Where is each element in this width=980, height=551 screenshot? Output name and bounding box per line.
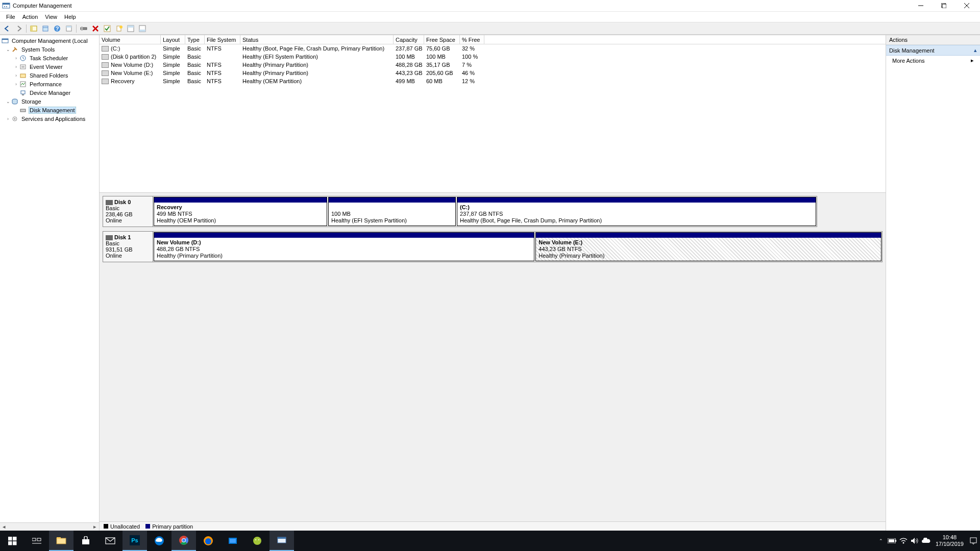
partition-c[interactable]: (C:) 237,87 GB NTFS Healthy (Boot, Page … <box>457 197 816 226</box>
expand-icon[interactable]: › <box>13 82 19 87</box>
properties-button[interactable] <box>40 23 51 34</box>
tree-event-viewer[interactable]: › Event Viewer <box>0 62 99 71</box>
tree-system-tools[interactable]: ⌄ System Tools <box>0 45 99 54</box>
volume-row[interactable]: New Volume (D:)SimpleBasicNTFSHealthy (P… <box>100 61 886 69</box>
refresh-button[interactable] <box>63 23 75 34</box>
disk-0-row[interactable]: Disk 0 Basic 238,46 GB Online Recovery 4… <box>103 196 817 227</box>
collapse-icon[interactable]: ⌄ <box>5 47 11 52</box>
list-bottom-button[interactable] <box>137 23 148 34</box>
notifications-icon[interactable] <box>968 531 979 551</box>
volume-cell: NTFS <box>205 78 240 84</box>
close-button[interactable] <box>955 0 978 11</box>
partition-e[interactable]: New Volume (E:) 443,23 GB NTFS Healthy (… <box>535 232 881 261</box>
store-button[interactable] <box>74 531 98 551</box>
start-button[interactable] <box>0 531 24 551</box>
tree-panel[interactable]: Computer Management (Local ⌄ System Tool… <box>0 35 100 531</box>
event-icon <box>19 63 27 71</box>
partition-efi[interactable]: 100 MB Healthy (EFI System Partition) <box>328 197 456 226</box>
back-button[interactable] <box>2 23 13 34</box>
col-pct[interactable]: % Free <box>460 35 484 44</box>
battery-icon[interactable] <box>887 531 898 551</box>
forward-button[interactable] <box>13 23 24 34</box>
col-type[interactable]: Type <box>185 35 205 44</box>
taskbar: Ps ⌃ 10:48 17/10/2019 <box>0 531 980 551</box>
edge-button[interactable] <box>147 531 172 551</box>
svg-point-41 <box>14 118 16 119</box>
shared-icon <box>19 71 27 80</box>
new-button[interactable] <box>113 23 125 34</box>
tray-expand-icon[interactable]: ⌃ <box>875 531 887 551</box>
partition-d[interactable]: New Volume (D:) 488,28 GB NTFS Healthy (… <box>154 232 534 261</box>
svg-point-65 <box>253 537 261 545</box>
maximize-button[interactable] <box>932 0 955 11</box>
tree-shared-folders[interactable]: › Shared Folders <box>0 71 99 80</box>
volume-cell: 75,60 GB <box>424 45 460 52</box>
expand-icon[interactable]: › <box>13 56 19 61</box>
col-volume[interactable]: Volume <box>100 35 161 44</box>
separator <box>26 24 27 33</box>
minimize-button[interactable] <box>909 0 932 11</box>
volume-icon[interactable] <box>909 531 920 551</box>
disk-1-row[interactable]: Disk 1 Basic 931,51 GB Online New Volume… <box>103 231 883 262</box>
col-status[interactable]: Status <box>240 35 394 44</box>
col-free[interactable]: Free Space <box>424 35 460 44</box>
tree-task-scheduler[interactable]: › Task Scheduler <box>0 54 99 62</box>
photoshop-button[interactable]: Ps <box>122 531 147 551</box>
toolbar: ? <box>0 22 980 35</box>
volume-cell: 7 % <box>460 62 484 68</box>
svg-rect-11 <box>43 26 48 31</box>
delete-button[interactable] <box>90 23 101 34</box>
firefox-button[interactable] <box>196 531 220 551</box>
tree-storage[interactable]: ⌄ Storage <box>0 97 99 106</box>
actions-disk-management[interactable]: Disk Management ▴ <box>886 45 980 56</box>
list-top-button[interactable] <box>125 23 136 34</box>
expand-icon[interactable]: › <box>13 73 19 78</box>
wifi-icon[interactable] <box>898 531 909 551</box>
tree-performance[interactable]: › Performance <box>0 80 99 88</box>
tree-services[interactable]: › Services and Applications <box>0 114 99 123</box>
computer-management-button[interactable] <box>270 531 294 551</box>
check-button[interactable] <box>102 23 113 34</box>
file-explorer-button[interactable] <box>49 531 74 551</box>
mail-button[interactable] <box>98 531 122 551</box>
expand-icon[interactable]: › <box>13 64 19 69</box>
volume-row[interactable]: New Volume (E:)SimpleBasicNTFSHealthy (P… <box>100 69 886 77</box>
expand-icon[interactable]: › <box>5 116 11 121</box>
actions-more[interactable]: More Actions ▸ <box>886 56 980 65</box>
svg-rect-29 <box>2 39 8 40</box>
menu-file[interactable]: File <box>3 13 19 21</box>
collapse-icon[interactable]: ⌄ <box>5 99 11 104</box>
menu-help[interactable]: Help <box>61 13 80 21</box>
computer-icon <box>1 37 9 45</box>
task-view-button[interactable] <box>24 531 49 551</box>
android-button[interactable] <box>245 531 270 551</box>
svg-rect-1 <box>3 3 10 5</box>
tree-root[interactable]: Computer Management (Local <box>0 36 99 45</box>
scroll-left-icon[interactable]: ◂ <box>0 523 8 530</box>
tree-device-manager[interactable]: Device Manager <box>0 88 99 97</box>
chrome-button[interactable] <box>172 531 196 551</box>
taskbar-clock[interactable]: 10:48 17/10/2019 <box>932 534 968 547</box>
settings-app-button[interactable] <box>220 531 245 551</box>
col-fs[interactable]: File System <box>205 35 240 44</box>
scroll-right-icon[interactable]: ▸ <box>91 523 99 530</box>
volume-cell: Basic <box>185 78 205 84</box>
volume-row[interactable]: (C:)SimpleBasicNTFSHealthy (Boot, Page F… <box>100 44 886 53</box>
volume-row[interactable]: (Disk 0 partition 2)SimpleBasicHealthy (… <box>100 53 886 61</box>
volume-cell: Simple <box>161 62 185 68</box>
menu-action[interactable]: Action <box>19 13 42 21</box>
show-hide-tree-button[interactable] <box>28 23 39 34</box>
disk-status: Online <box>106 253 150 259</box>
partition-recovery[interactable]: Recovery 499 MB NTFS Healthy (OEM Partit… <box>154 197 327 226</box>
volume-row[interactable]: RecoverySimpleBasicNTFSHealthy (OEM Part… <box>100 77 886 85</box>
tree-scrollbar[interactable]: ◂ ▸ <box>0 522 99 531</box>
settings-button[interactable] <box>78 23 89 34</box>
onedrive-icon[interactable] <box>920 531 932 551</box>
titlebar: Computer Management <box>0 0 980 12</box>
tree-disk-management[interactable]: Disk Management <box>0 106 99 114</box>
svg-rect-6 <box>942 4 946 8</box>
help-button[interactable]: ? <box>52 23 63 34</box>
menu-view[interactable]: View <box>41 13 61 21</box>
col-layout[interactable]: Layout <box>161 35 185 44</box>
col-capacity[interactable]: Capacity <box>394 35 424 44</box>
